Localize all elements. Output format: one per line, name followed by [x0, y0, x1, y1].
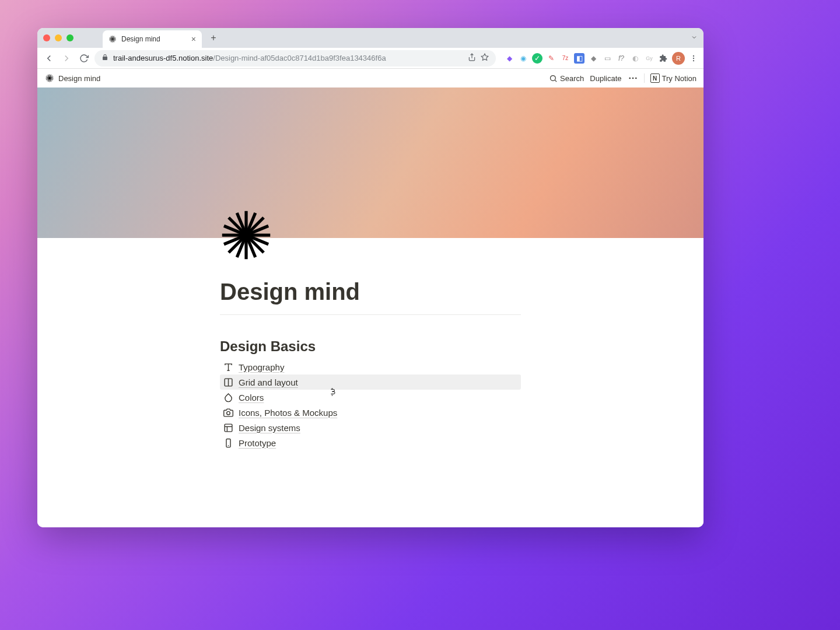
- page-link-label: Icons, Photos & Mockups: [239, 408, 337, 418]
- extension-icon[interactable]: ▭: [602, 53, 612, 64]
- divider: [220, 314, 521, 315]
- lock-icon: [102, 54, 108, 62]
- url-input[interactable]: trail-andesurus-df5.notion.site/Design-m…: [94, 50, 496, 66]
- svg-rect-39: [225, 424, 232, 432]
- page-icon-small: [44, 73, 55, 83]
- svg-marker-9: [481, 54, 488, 60]
- minimize-window-button[interactable]: [55, 34, 62, 41]
- extensions-menu-icon[interactable]: [658, 53, 668, 64]
- search-label: Search: [560, 74, 584, 83]
- svg-point-24: [632, 78, 634, 79]
- page-body: Design mind Design Basics TypographyGrid…: [164, 238, 577, 450]
- page-link-label: Design systems: [239, 423, 300, 433]
- svg-point-25: [635, 78, 636, 79]
- svg-point-12: [693, 60, 694, 61]
- browser-window: Design mind × + trail-andesurus-df5.noti…: [37, 28, 704, 527]
- page-link-label: Typography: [239, 362, 284, 372]
- layout-icon: [222, 422, 234, 433]
- svg-point-38: [226, 411, 230, 415]
- separator: [644, 74, 645, 83]
- page-list: TypographyGrid and layoutColorsIcons, Ph…: [220, 359, 521, 450]
- tab-bar: Design mind × +: [37, 28, 704, 48]
- extension-icon[interactable]: ◐: [630, 53, 640, 64]
- duplicate-label: Duplicate: [590, 74, 621, 83]
- tab-title: Design mind: [121, 35, 187, 43]
- extension-icon[interactable]: Gy: [644, 53, 654, 64]
- close-window-button[interactable]: [43, 34, 50, 41]
- page-link-label: Grid and layout: [239, 377, 298, 387]
- page-link[interactable]: Design systems: [220, 420, 521, 435]
- more-button[interactable]: [628, 73, 638, 83]
- page-link[interactable]: Prototype: [220, 435, 521, 450]
- search-button[interactable]: Search: [549, 74, 584, 83]
- page-link[interactable]: Colors: [220, 390, 521, 405]
- tab-favicon-icon: [108, 35, 117, 43]
- breadcrumb[interactable]: Design mind: [44, 73, 100, 83]
- extension-icon[interactable]: ✎: [546, 53, 556, 64]
- page-link-label: Prototype: [239, 438, 276, 448]
- back-button[interactable]: [42, 51, 56, 65]
- browser-tab[interactable]: Design mind ×: [103, 30, 202, 48]
- camera-icon: [222, 407, 234, 418]
- profile-avatar[interactable]: R: [672, 52, 685, 65]
- page-icon[interactable]: [220, 209, 272, 261]
- extension-icon[interactable]: ◧: [574, 53, 584, 64]
- extension-icon[interactable]: ◆: [588, 53, 598, 64]
- breadcrumb-title: Design mind: [58, 74, 100, 83]
- new-tab-button[interactable]: +: [205, 30, 222, 46]
- svg-point-11: [693, 57, 694, 58]
- window-controls: [43, 34, 74, 41]
- cover-image[interactable]: [37, 88, 704, 238]
- tabs-dropdown-button[interactable]: [691, 33, 698, 43]
- page-content[interactable]: Design mind Design Basics TypographyGrid…: [37, 88, 704, 527]
- share-icon[interactable]: [468, 53, 476, 63]
- try-notion-label: Try Notion: [662, 74, 696, 83]
- columns-icon: [222, 376, 234, 388]
- extension-icon[interactable]: ◆: [504, 53, 514, 64]
- svg-point-23: [629, 78, 631, 79]
- extension-icon[interactable]: ✓: [532, 53, 542, 64]
- forward-button[interactable]: [60, 51, 74, 65]
- try-notion-button[interactable]: N Try Notion: [650, 74, 696, 83]
- close-tab-button[interactable]: ×: [191, 34, 196, 44]
- section-heading[interactable]: Design Basics: [220, 338, 521, 355]
- address-bar: trail-andesurus-df5.notion.site/Design-m…: [37, 48, 704, 69]
- reload-button[interactable]: [77, 51, 91, 65]
- url-text: trail-andesurus-df5.notion.site/Design-m…: [113, 54, 463, 62]
- extension-icons: ◆ ◉ ✓ ✎ 7z ◧ ◆ ▭ f? ◐ Gy R: [504, 52, 699, 65]
- page-link[interactable]: Typography: [220, 359, 521, 374]
- duplicate-button[interactable]: Duplicate: [590, 74, 621, 83]
- bookmark-icon[interactable]: [481, 53, 489, 63]
- extension-icon[interactable]: 7z: [560, 53, 570, 64]
- svg-point-10: [693, 55, 694, 56]
- extension-icon[interactable]: ◉: [518, 53, 528, 64]
- text-t-icon: [222, 361, 234, 373]
- notion-actions: Search Duplicate N Try Notion: [549, 73, 696, 83]
- maximize-window-button[interactable]: [66, 34, 74, 41]
- chrome-menu-button[interactable]: [688, 53, 699, 64]
- extension-icon[interactable]: f?: [616, 53, 626, 64]
- notion-topbar: Design mind Search Duplicate N Try Notio…: [37, 69, 704, 88]
- notion-logo-icon: N: [650, 74, 660, 83]
- cursor-icon: [329, 387, 338, 397]
- droplet-icon: [222, 391, 234, 403]
- svg-line-22: [555, 80, 557, 82]
- page-link-label: Colors: [239, 393, 264, 402]
- page-link[interactable]: Grid and layout: [220, 374, 521, 390]
- phone-icon: [222, 437, 234, 449]
- svg-point-21: [551, 75, 556, 80]
- page-link[interactable]: Icons, Photos & Mockups: [220, 405, 521, 420]
